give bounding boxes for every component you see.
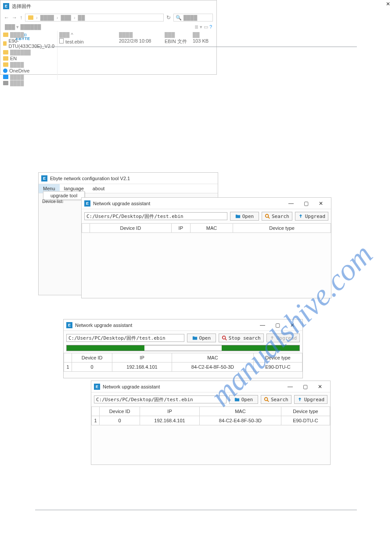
search-label: Search [271,397,288,403]
up-icon[interactable]: ↑ [20,15,22,21]
ua2-progress-bar [66,345,300,351]
cell-ip: 192.168.4.101 [140,416,199,425]
ua1-toolbar: C:/Users/PC/Desktop/固件/test.ebin Open Se… [82,209,331,223]
ua2-open-button[interactable]: Open [187,334,216,342]
ua3-path-input[interactable]: C:/Users/PC/Desktop/固件/test.ebin [94,395,227,403]
close-button[interactable]: ✕ [313,382,327,392]
ua1-table: Device ID IP MAC Device type [82,223,331,233]
cell-device-id: 0 [100,416,140,425]
maximize-button[interactable]: ▢ [298,199,313,208]
ua1-titlebar: E Network upgrade assistant — ▢ ✕ [82,198,331,209]
col-ip: IP [140,407,199,416]
tree-item[interactable]: ████ [3,80,54,86]
ua2-title: Network upgrade assistant [75,323,255,328]
rownum-header [82,224,90,233]
ua3-search-button[interactable]: Search [261,395,291,404]
upgrade-assistant-window-3: E Network upgrade assistant — ▢ ✕ C:/Use… [91,381,331,465]
cell-mac: 84-C2-E4-8F-50-3D [172,363,253,372]
ua3-title: Network upgrade assistant [103,384,283,389]
device-list-label: Device list: [42,199,63,204]
fd-breadcrumb[interactable]: ›████›███›██ [25,14,164,22]
minimize-button[interactable]: — [284,199,298,208]
ua2-window-controls: — ▢ ✕ [255,320,300,330]
open-label: Open [199,335,211,341]
file-size: 103 KB [193,38,215,45]
magnifier-icon [265,214,270,219]
forward-icon[interactable]: → [12,15,17,21]
svg-line-5 [267,400,269,402]
ua3-open-button[interactable]: Open [229,395,258,404]
maximize-button[interactable]: ▢ [298,382,313,392]
ua2-stop-search-button[interactable]: Stop search [219,334,264,342]
minimize-button[interactable]: — [255,320,270,330]
file-date: 2022/2/8 10:08 [119,38,163,45]
tree-item[interactable]: ████ [3,62,54,68]
upgrade-assistant-window-1: E Network upgrade assistant — ▢ ✕ C:/Use… [81,197,331,298]
ua3-upgread-button[interactable]: Upgread [294,395,327,404]
col-device-type: Device type [254,353,302,363]
minimize-button[interactable]: — [283,382,298,392]
ua3-table: Device ID IP MAC Device type 1 0 192.168… [91,406,330,425]
menu-item-about[interactable]: about [88,184,109,193]
ua2-titlebar: E Network upgrade assistant — ▢ ✕ [64,319,302,331]
search-icon: 🔍 [176,15,182,21]
folder-icon [3,56,8,61]
ua3-titlebar: E Network upgrade assistant — ▢ ✕ [91,381,330,392]
upgread-label: Upgread [305,214,325,219]
config-tool-title: Ebyte network configuration tool V2.1 [50,176,215,181]
tree-item[interactable]: ████ [3,74,54,80]
cloud-icon [3,69,7,73]
svg-point-0 [266,214,269,218]
folder-label: OneDrive [9,68,29,73]
fd-toolbar: ███ ▾ ██████ ≣ ▾ ▭ ? [0,23,216,31]
folder-open-icon [234,397,240,402]
fd-search-box[interactable]: 🔍████ [173,14,213,22]
folder-icon [3,50,8,54]
app-icon: E [66,322,72,328]
table-row[interactable]: 1 0 192.168.4.101 84-C2-E4-8F-50-3D E90-… [92,416,330,425]
tree-item-onedrive[interactable]: OneDrive [3,68,54,74]
ua1-upgread-button[interactable]: Upgread [295,212,328,221]
col-device-id: Device ID [90,224,172,233]
col-mac: MAC [191,224,233,233]
ua3-window-controls: — ▢ ✕ [283,382,327,392]
progress-segment [144,345,222,351]
fd-navbar: ← → ↑ ›████›███›██ ↻ 🔍████ [0,12,216,23]
submenu-upgrade-tool[interactable]: upgrade tool [43,191,85,200]
file-open-dialog: E 选择固件 ✕ ← → ↑ ›████›███›██ ↻ 🔍████ ███ … [0,0,217,75]
progress-segment [222,345,299,351]
fd-title: 选择固件 [12,3,214,10]
app-icon: E [3,3,9,9]
ua1-path-input[interactable]: C:/Users/PC/Desktop/固件/test.ebin [84,212,227,220]
file-type: EBIN 文件 [165,38,191,45]
file-name: test.ebin [65,39,84,44]
pc-icon [3,75,8,79]
tree-item[interactable]: ██████ [3,49,54,55]
fd-close-button[interactable]: ✕ [386,1,390,7]
tree-item-en[interactable]: EN [3,55,54,62]
close-button[interactable]: ✕ [285,320,300,330]
col-mac: MAC [199,407,281,416]
ua1-search-button[interactable]: Search [262,212,292,221]
folder-label: EN [10,56,17,61]
back-icon[interactable]: ← [4,15,9,21]
maximize-button[interactable]: ▢ [270,320,285,330]
config-tool-titlebar: E Ebyte network configuration tool V2.1 [39,173,218,184]
rownum-header [92,407,100,416]
table-row[interactable]: 1 0 192.168.4.101 84-C2-E4-8F-50-3D E90-… [64,363,302,372]
fd-body: ████ E90-DTU(433C30E)_V2.0 ██████ EN ███… [0,31,216,80]
cell-ip: 192.168.4.101 [112,363,172,372]
tree-item[interactable]: ████ [3,32,54,38]
list-item[interactable]: test.ebin 2022/2/8 10:08 EBIN 文件 103 KB [59,38,215,45]
svg-point-2 [222,336,225,339]
col-mac: MAC [172,353,253,363]
footer-rule [35,510,357,510]
refresh-icon[interactable]: ↻ [166,15,171,21]
col-device-id: Device ID [72,353,112,363]
close-button[interactable]: ✕ [313,199,328,208]
header-rule [35,47,357,47]
ua2-path-input[interactable]: C:/Users/PC/Desktop/固件/test.ebin [66,334,184,342]
folder-icon [3,62,8,67]
ua3-toolbar: C:/Users/PC/Desktop/固件/test.ebin Open Se… [91,392,330,406]
ua1-open-button[interactable]: Open [230,212,259,221]
